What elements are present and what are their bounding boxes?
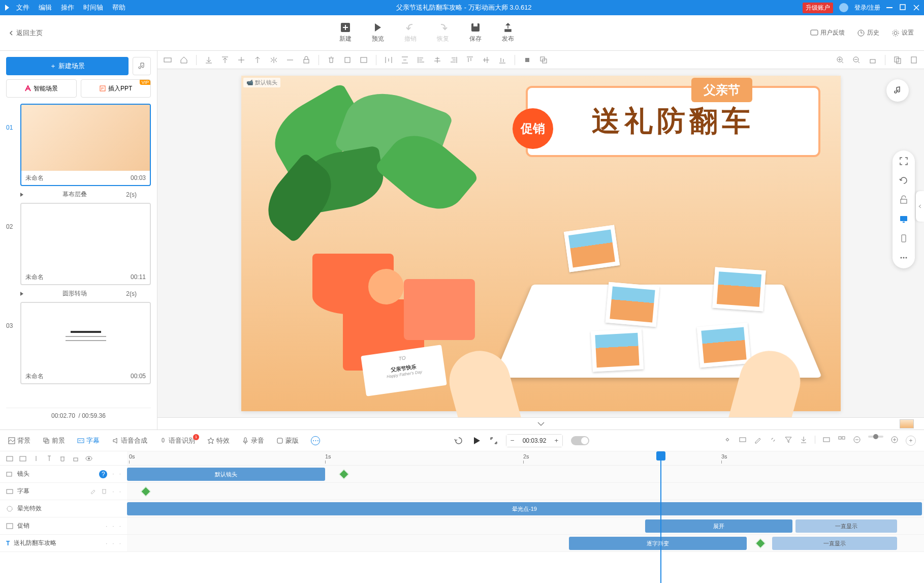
align-top2-icon[interactable] <box>466 56 474 64</box>
zoom-out2-icon[interactable] <box>853 436 861 444</box>
promo-clip-2[interactable]: 一直显示 <box>795 519 897 533</box>
tab-mask[interactable]: 蒙版 <box>276 436 299 445</box>
transition-row-2[interactable]: 圆形转场2(s) <box>6 287 151 302</box>
filter-icon[interactable] <box>784 436 792 444</box>
more-icon[interactable] <box>899 253 908 262</box>
align-vcenter-icon[interactable] <box>482 56 490 64</box>
lock2-icon[interactable] <box>869 56 877 64</box>
tab-effects[interactable]: 特效 <box>207 436 230 445</box>
expand-panel-handle[interactable] <box>916 191 924 222</box>
music-button[interactable] <box>133 57 151 75</box>
link-icon[interactable] <box>769 436 777 444</box>
save-button[interactable]: 保存 <box>469 22 482 43</box>
time-minus[interactable]: − <box>506 435 519 447</box>
menu-edit[interactable]: 编辑 <box>39 3 52 12</box>
scene-card-1[interactable]: 未命名00:03 <box>20 104 151 186</box>
upgrade-badge[interactable]: 升级账户 <box>803 3 833 13</box>
edit-icon[interactable] <box>754 436 762 444</box>
canvas[interactable]: 📹 默认镜头 父亲节 促销 送礼防翻车 <box>241 76 841 411</box>
promo-clip-1[interactable]: 展开 <box>645 519 792 533</box>
expand-icon[interactable] <box>490 437 498 445</box>
new-button[interactable]: 新建 <box>339 22 352 43</box>
fullscreen-icon[interactable] <box>899 157 908 166</box>
lock3-icon[interactable] <box>72 455 79 462</box>
tab-more[interactable]: ⋯ <box>311 436 320 445</box>
tab-asr[interactable]: 语音识别1 <box>160 436 195 445</box>
align-center-icon[interactable] <box>253 56 262 64</box>
new-scene-button[interactable]: ＋ 新建场景 <box>6 57 129 75</box>
playhead[interactable] <box>660 451 661 583</box>
transition-row-1[interactable]: 幕布层叠2(s) <box>6 188 151 203</box>
tab-background[interactable]: 背景 <box>8 436 30 445</box>
fx-clip[interactable]: 晕光点-19 <box>127 502 922 515</box>
time-stepper[interactable]: − 00:03.92 + <box>506 434 563 447</box>
keyframe-icon[interactable] <box>723 436 731 444</box>
keyframe-marker[interactable] <box>339 469 349 479</box>
back-home[interactable]: 返回主页 <box>8 28 43 38</box>
menu-file[interactable]: 文件 <box>16 3 29 12</box>
title-clip-2[interactable]: 一直显示 <box>772 537 897 550</box>
display-icon[interactable] <box>899 214 908 224</box>
zoom-out-icon[interactable] <box>852 56 861 64</box>
trash-icon[interactable] <box>59 455 66 462</box>
add-track-button[interactable]: + <box>906 436 916 446</box>
align-bottom2-icon[interactable] <box>498 56 506 64</box>
preview-button[interactable]: 预览 <box>372 22 384 43</box>
image-icon[interactable] <box>360 56 368 64</box>
help-icon[interactable]: ? <box>99 470 107 478</box>
scene-card-3[interactable]: 未命名00:05 <box>20 302 151 384</box>
distribute-v-icon[interactable] <box>401 56 409 64</box>
send-back-icon[interactable] <box>539 56 548 64</box>
mobile-icon[interactable] <box>899 234 908 243</box>
eye-icon[interactable] <box>85 455 92 462</box>
dot-icon[interactable]: · <box>119 470 121 478</box>
login-link[interactable]: 登录/注册 <box>854 4 880 12</box>
zoom-slider[interactable] <box>868 436 883 438</box>
delete-icon[interactable] <box>327 56 335 64</box>
ruler-icon[interactable] <box>164 56 172 64</box>
chevron-down-icon[interactable] <box>537 421 545 426</box>
align-right-icon[interactable] <box>450 56 458 64</box>
camera-clip[interactable]: 默认镜头 <box>127 468 325 481</box>
avatar-icon[interactable] <box>839 3 848 12</box>
settings-link[interactable]: 设置 <box>891 28 914 37</box>
folder-in-icon[interactable] <box>19 455 26 462</box>
align-top-icon[interactable] <box>221 56 229 64</box>
align-left-icon[interactable] <box>417 56 425 64</box>
menu-action[interactable]: 操作 <box>61 3 74 12</box>
menu-help[interactable]: 帮助 <box>112 3 125 12</box>
flip-v-icon[interactable] <box>286 56 294 64</box>
time-plus[interactable]: + <box>550 435 562 447</box>
insert-ppt-button[interactable]: P插入PPTVIP <box>81 79 151 98</box>
floating-music-button[interactable] <box>886 79 909 102</box>
tab-subtitle[interactable]: 字幕 <box>77 436 100 445</box>
split-icon[interactable] <box>33 455 40 462</box>
rotate-icon[interactable] <box>899 176 908 185</box>
keyframe-marker[interactable] <box>755 538 766 548</box>
title-clip-1[interactable]: 逐字渐变 <box>569 537 747 550</box>
grid-icon[interactable] <box>838 436 846 444</box>
align-bottom-icon[interactable] <box>205 56 213 64</box>
align-middle-icon[interactable] <box>237 56 245 64</box>
play-button-icon[interactable] <box>471 436 482 446</box>
timeline-ruler[interactable]: 0s 1s 2s 3s <box>127 451 924 465</box>
home-icon[interactable] <box>180 56 188 64</box>
bring-front-icon[interactable] <box>523 56 531 64</box>
keyframe-marker[interactable] <box>141 486 151 497</box>
paste-icon[interactable] <box>910 56 918 64</box>
rewind-icon[interactable] <box>454 436 463 445</box>
align-hcenter-icon[interactable] <box>433 56 441 64</box>
tab-foreground[interactable]: 前景 <box>43 436 65 445</box>
marker-icon[interactable] <box>822 436 831 444</box>
canvas-viewport[interactable]: 📹 默认镜头 父亲节 促销 送礼防翻车 <box>157 69 924 417</box>
copy-icon[interactable] <box>894 56 902 64</box>
folder-out-icon[interactable] <box>6 455 13 462</box>
lock-icon[interactable] <box>302 56 310 64</box>
toggle-switch[interactable] <box>571 436 589 445</box>
maximize-icon[interactable] <box>900 4 907 11</box>
smart-scene-button[interactable]: 智能场景 <box>6 79 77 98</box>
dot-icon[interactable]: · <box>112 470 114 478</box>
unlock-icon[interactable] <box>899 195 908 204</box>
distribute-h-icon[interactable] <box>385 56 393 64</box>
scene-card-2[interactable]: 未命名00:11 <box>20 203 151 285</box>
